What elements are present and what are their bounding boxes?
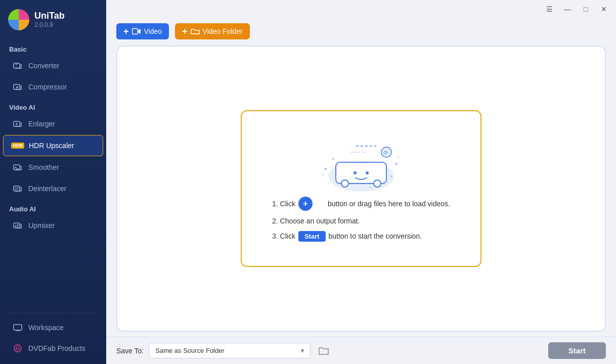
- drop-zone[interactable]: ⟳ + + + 1. Click + button or drag files …: [241, 110, 481, 267]
- app-version: 2.0.0.9: [34, 21, 65, 28]
- dvdfab-label: DVDFab Products: [28, 344, 85, 352]
- compressor-icon: [12, 81, 23, 93]
- sidebar-item-hdr-upscaler[interactable]: HDR HDR Upscaler: [3, 135, 103, 156]
- instructions: 1. Click + button or drag files here to …: [272, 197, 450, 242]
- instruction-1-suffix: button or drag files here to load videos…: [328, 200, 450, 208]
- sidebar-item-converter[interactable]: Converter: [3, 56, 103, 76]
- svg-rect-1: [14, 84, 20, 89]
- hdr-badge: HDR: [11, 143, 24, 149]
- close-icon: ✕: [601, 5, 607, 13]
- minimize-icon: —: [564, 5, 571, 13]
- svg-rect-4: [14, 186, 20, 191]
- enlarger-icon: [12, 118, 23, 129]
- save-to-label: Save To:: [116, 347, 144, 355]
- save-to-select[interactable]: Same as Source Folder Browse...: [149, 343, 311, 358]
- add-inline-icon: +: [298, 197, 313, 211]
- video-icon: [132, 28, 141, 35]
- svg-point-22: [324, 167, 327, 170]
- hdr-upscaler-icon: HDR: [13, 140, 24, 151]
- titlebar: ☰ — □ ✕: [106, 0, 616, 18]
- upmixer-label: Upmixer: [28, 221, 55, 230]
- svg-rect-15: [132, 29, 138, 34]
- instruction-1-prefix: 1. Click: [272, 200, 295, 208]
- main-area: ☰ — □ ✕ + Video + Video Folder: [106, 0, 616, 364]
- sidebar-item-dvdfab[interactable]: DVDFab Products: [3, 338, 103, 358]
- instruction-3-prefix: 3. Click: [272, 232, 295, 240]
- section-audio-ai: Audio AI: [0, 199, 106, 215]
- instruction-1: 1. Click + button or drag files here to …: [272, 197, 450, 211]
- app-logo: UniTab 2.0.0.9: [0, 0, 106, 39]
- sidebar-item-compressor[interactable]: Compressor: [3, 77, 103, 97]
- add-folder-plus-icon: +: [182, 27, 188, 36]
- svg-point-20: [354, 171, 357, 174]
- sidebar: UniTab 2.0.0.9 Basic Converter Compresso…: [0, 0, 106, 364]
- start-button[interactable]: Start: [548, 342, 606, 359]
- dvdfab-icon: [12, 343, 23, 354]
- smoother-icon: [12, 162, 23, 173]
- maximize-button[interactable]: □: [579, 2, 593, 16]
- svg-point-13: [14, 345, 21, 352]
- folder-browse-icon: [318, 346, 329, 355]
- minimize-button[interactable]: —: [560, 2, 575, 16]
- svg-text:+: +: [397, 154, 400, 160]
- svg-point-19: [374, 180, 381, 187]
- svg-point-21: [366, 171, 369, 174]
- svg-text:⟳: ⟳: [383, 150, 388, 156]
- converter-icon: [12, 60, 23, 71]
- svg-point-24: [332, 158, 334, 160]
- video-inline-icon: [316, 200, 325, 207]
- drop-zone-container[interactable]: ⟳ + + + 1. Click + button or drag files …: [116, 46, 606, 332]
- sidebar-item-enlarger[interactable]: Enlarger: [3, 114, 103, 134]
- svg-rect-33: [316, 201, 321, 206]
- toolbar: + Video + Video Folder: [106, 18, 616, 42]
- sidebar-divider: [7, 313, 99, 313]
- instruction-3: 3. Click Start button to start the conve…: [272, 231, 422, 242]
- add-video-label: Video: [144, 27, 162, 35]
- menu-icon: ☰: [546, 5, 553, 13]
- sidebar-bottom: Workspace DVDFab Products: [0, 309, 106, 359]
- svg-text:+: +: [369, 185, 372, 190]
- add-video-plus-icon: +: [123, 27, 129, 36]
- add-video-folder-button[interactable]: + Video Folder: [175, 23, 250, 39]
- sidebar-item-workspace[interactable]: Workspace: [3, 317, 103, 338]
- add-video-folder-label: Video Folder: [203, 27, 243, 35]
- browse-folder-button[interactable]: [316, 343, 332, 359]
- svg-point-25: [390, 175, 392, 177]
- svg-point-14: [16, 347, 19, 350]
- svg-rect-8: [15, 225, 16, 227]
- save-bar: Save To: Same as Source Folder Browse...…: [106, 337, 616, 364]
- menu-button[interactable]: ☰: [542, 2, 556, 16]
- sidebar-item-deinterlacer[interactable]: Deinterlacer: [3, 178, 103, 199]
- section-video-ai: Video AI: [0, 98, 106, 113]
- svg-rect-7: [14, 223, 20, 228]
- start-inline-badge: Start: [298, 231, 326, 242]
- illustration: ⟳ + + +: [311, 136, 412, 197]
- instruction-3-suffix: button to start the conversion.: [329, 232, 422, 240]
- svg-point-23: [395, 162, 398, 165]
- content-area: ⟳ + + + 1. Click + button or drag files …: [106, 42, 616, 337]
- close-button[interactable]: ✕: [597, 2, 611, 16]
- svg-rect-3: [14, 165, 20, 170]
- app-name: UniTab: [34, 11, 65, 21]
- section-basic: Basic: [0, 39, 106, 55]
- svg-rect-9: [17, 224, 18, 227]
- logo-icon: [8, 9, 29, 30]
- deinterlacer-icon: [12, 183, 23, 194]
- svg-point-18: [341, 180, 348, 187]
- save-select-wrapper: Same as Source Folder Browse... ▼: [149, 343, 311, 358]
- folder-icon: [191, 28, 200, 35]
- svg-text:+: +: [322, 172, 325, 177]
- enlarger-label: Enlarger: [28, 120, 55, 128]
- workspace-label: Workspace: [28, 324, 64, 332]
- maximize-icon: □: [584, 5, 588, 13]
- hdr-upscaler-label: HDR Upscaler: [29, 142, 74, 150]
- sidebar-item-smoother[interactable]: Smoother: [3, 157, 103, 177]
- add-video-button[interactable]: + Video: [116, 23, 169, 39]
- converter-label: Converter: [28, 62, 59, 70]
- sidebar-item-upmixer[interactable]: Upmixer: [3, 215, 103, 236]
- svg-rect-10: [14, 325, 22, 330]
- compressor-label: Compressor: [28, 83, 67, 91]
- deinterlacer-label: Deinterlacer: [28, 185, 66, 193]
- upmixer-icon: [12, 220, 23, 231]
- instruction-2: 2. Choose an output format.: [272, 217, 360, 225]
